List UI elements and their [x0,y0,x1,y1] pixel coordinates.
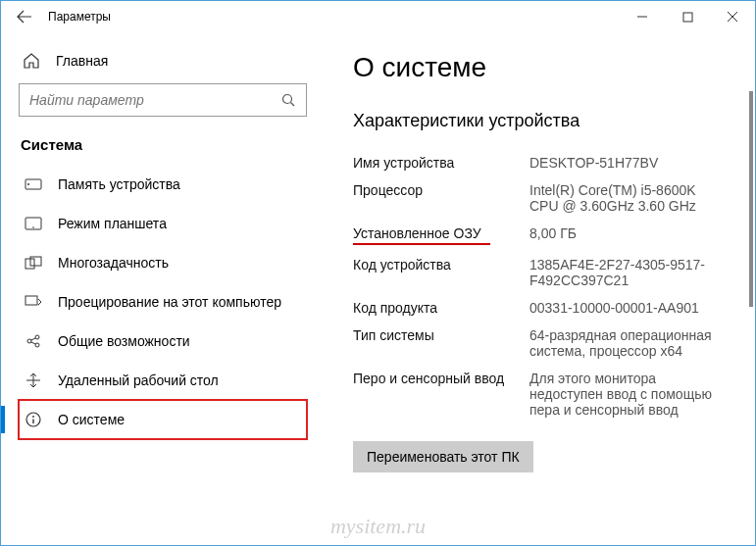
spec-label: Процессор [353,182,529,214]
titlebar: Параметры [1,1,755,32]
svg-point-5 [27,183,29,185]
sidebar-item-shared[interactable]: Общие возможности [19,322,307,361]
spec-label: Код устройства [353,257,529,288]
sidebar-item-projecting[interactable]: Проецирование на этот компьютер [19,282,307,322]
share-icon [25,332,42,350]
svg-line-15 [31,342,36,344]
window-controls [620,1,755,32]
spec-row-device-name: Имя устройства DESKTOP-51H77BV [353,149,728,176]
sidebar-item-label: Многозадачность [58,255,169,271]
spec-row-cpu: Процессор Intel(R) Core(TM) i5-8600K CPU… [353,176,728,220]
spec-row-pen: Перо и сенсорный ввод Для этого монитора… [353,365,728,423]
spec-label: Установленное ОЗУ [353,225,529,245]
sidebar-item-label: Память устройства [58,176,180,192]
sidebar-item-label: Режим планшета [58,216,167,231]
storage-icon [25,175,42,193]
close-button[interactable] [710,1,755,32]
section-title: Характеристики устройства [353,111,728,131]
maximize-icon [682,12,693,23]
sidebar-item-storage[interactable]: Память устройства [19,165,307,204]
sidebar-item-label: Общие возможности [58,333,190,349]
project-icon [25,293,42,311]
tablet-icon [25,215,42,232]
svg-point-13 [35,343,39,347]
sidebar-item-multitask[interactable]: Многозадачность [19,243,307,282]
svg-point-17 [32,416,34,418]
sidebar-item-label: Удаленный рабочий стол [58,372,219,388]
spec-value: 64-разрядная операционная система, проце… [529,327,726,359]
info-icon [25,411,42,428]
close-icon [727,11,738,23]
spec-label: Перо и сенсорный ввод [353,371,529,418]
sidebar-item-label: Проецирование на этот компьютер [58,294,281,310]
spec-value: 8,00 ГБ [529,225,577,245]
spec-value: 1385AF4E-2F27-4305-9517-F492CC397C21 [529,257,726,288]
minimize-icon [636,11,648,23]
sidebar-item-remote[interactable]: Удаленный рабочий стол [19,361,307,400]
svg-point-2 [283,94,292,103]
search-icon [281,93,296,108]
spec-row-device-id: Код устройства 1385AF4E-2F27-4305-9517-F… [353,251,728,294]
sidebar-section-title: Система [19,136,307,153]
sidebar-item-tablet[interactable]: Режим планшета [19,204,307,243]
spec-value: DESKTOP-51H77BV [529,155,658,171]
home-label: Главная [56,53,108,69]
svg-rect-10 [25,296,37,305]
back-button[interactable] [9,1,40,32]
svg-point-7 [32,226,34,228]
svg-point-11 [27,339,31,343]
spec-row-ram: Установленное ОЗУ 8,00 ГБ [353,220,728,251]
spec-value: 00331-10000-00001-AA901 [529,300,699,316]
spec-value: Intel(R) Core(TM) i5-8600K CPU @ 3.60GHz… [529,182,726,214]
spec-row-product-id: Код продукта 00331-10000-00001-AA901 [353,294,728,322]
spec-label: Код продукта [353,300,529,316]
search-box[interactable] [19,83,307,117]
page-title: О системе [353,52,728,83]
remote-icon [25,372,42,389]
spec-label: Имя устройства [353,155,529,171]
maximize-button[interactable] [665,1,710,32]
sidebar: Главная Система Память устройства Режим … [1,32,325,545]
multitask-icon [25,254,42,272]
search-input[interactable] [29,92,281,108]
svg-line-3 [291,102,295,106]
home-link[interactable]: Главная [19,44,307,83]
svg-point-12 [35,335,39,339]
arrow-left-icon [17,9,32,25]
minimize-button[interactable] [620,1,665,32]
window-title: Параметры [48,10,111,24]
svg-rect-9 [30,257,41,266]
spec-row-system-type: Тип системы 64-разрядная операционная си… [353,322,728,365]
main-content: О системе Характеристики устройства Имя … [325,32,755,545]
home-icon [23,52,40,70]
scrollbar-thumb[interactable] [749,91,753,307]
svg-line-14 [31,338,36,340]
svg-rect-1 [683,13,692,22]
scrollbar[interactable] [749,91,753,535]
sidebar-item-about[interactable]: О системе [19,400,307,439]
sidebar-item-label: О системе [58,412,125,427]
spec-label: Тип системы [353,327,529,359]
rename-pc-button[interactable]: Переименовать этот ПК [353,441,533,472]
spec-value: Для этого монитора недоступен ввод с пом… [529,371,726,418]
